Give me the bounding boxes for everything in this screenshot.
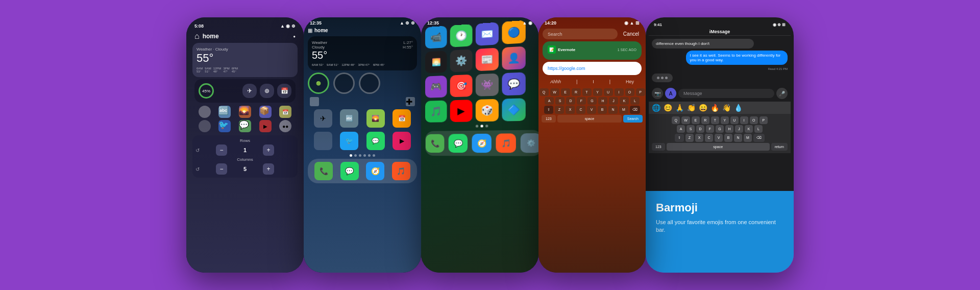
phone5-key-space[interactable]: space bbox=[667, 143, 770, 151]
phone4-key-z[interactable]: Z bbox=[555, 106, 564, 114]
phone5-key-z[interactable]: Z bbox=[685, 134, 694, 142]
phone4-key-l[interactable]: L bbox=[630, 97, 640, 105]
phone5-key-g[interactable]: G bbox=[716, 125, 724, 133]
phone5-message-input[interactable]: Message bbox=[678, 89, 774, 98]
phone5-key-q[interactable]: Q bbox=[672, 116, 680, 124]
phone5-key-delete[interactable]: ⌫ bbox=[753, 134, 765, 142]
phone3-dock1[interactable]: 📞 bbox=[426, 134, 444, 153]
phone3-app-blue[interactable]: 🔷 bbox=[502, 98, 525, 121]
phone3-dock3[interactable]: 🧭 bbox=[472, 134, 491, 153]
phone4-search-bar[interactable]: Search bbox=[543, 29, 618, 39]
phone4-key-n[interactable]: N bbox=[608, 106, 618, 114]
phone5-key-h[interactable]: H bbox=[725, 125, 733, 133]
phone4-key-x[interactable]: X bbox=[566, 106, 575, 114]
phone4-key-delete[interactable]: ⌫ bbox=[630, 106, 640, 114]
phone3-app-clock[interactable]: 🕐 bbox=[450, 24, 473, 47]
phone5-key-x[interactable]: X bbox=[695, 134, 703, 142]
phone4-key-q[interactable]: Q bbox=[540, 88, 549, 96]
phone2-dock2[interactable]: 💬 bbox=[340, 162, 359, 180]
phone3-app-youtube[interactable]: ▶ bbox=[450, 100, 473, 122]
phone3-app-discord[interactable]: 💬 bbox=[502, 72, 525, 95]
phone4-cancel-button[interactable]: Cancel bbox=[621, 29, 642, 39]
phone4-key-r[interactable]: R bbox=[572, 88, 581, 96]
phone4-key-v[interactable]: V bbox=[587, 106, 596, 114]
phone2-app7[interactable]: 💬 bbox=[366, 132, 385, 150]
phone2-app3[interactable]: 🌄 bbox=[366, 109, 385, 128]
phone1-app-5[interactable]: 📅 bbox=[279, 106, 291, 118]
phone5-emoji-fire[interactable]: 🔥 bbox=[710, 104, 719, 112]
phone5-mic-icon[interactable]: 🎤 bbox=[776, 88, 788, 99]
phone4-key-f[interactable]: F bbox=[577, 97, 586, 105]
phone3-app-spotify[interactable]: 🎵 bbox=[425, 101, 447, 123]
phone1-app2-5[interactable]: ●● bbox=[279, 120, 291, 132]
phone5-key-c[interactable]: C bbox=[705, 134, 713, 142]
phone4-key-123[interactable]: 123 bbox=[542, 115, 556, 123]
phone4-key-k[interactable]: K bbox=[620, 97, 629, 105]
phone1-ctrl-1[interactable]: ✈ bbox=[242, 84, 257, 98]
phone5-key-j[interactable]: J bbox=[735, 125, 743, 133]
phone3-app-gray[interactable]: 👾 bbox=[476, 74, 499, 96]
phone1-app2-2[interactable]: 🐦 bbox=[218, 120, 231, 132]
phone4-key-g[interactable]: G bbox=[587, 97, 597, 105]
phone5-key-y[interactable]: Y bbox=[721, 116, 729, 124]
phone5-key-u[interactable]: U bbox=[730, 116, 739, 124]
phone4-url-text[interactable]: https://google.com bbox=[548, 66, 636, 71]
phone1-app-2[interactable]: 🔤 bbox=[218, 106, 231, 118]
phone4-key-shift[interactable]: ⇧ bbox=[544, 106, 553, 114]
phone3-app-settings[interactable]: ⚙️ bbox=[450, 49, 473, 72]
phone3-app-person[interactable]: 👤 bbox=[502, 46, 525, 70]
phone4-key-search[interactable]: Search bbox=[623, 115, 643, 123]
phone5-key-m[interactable]: M bbox=[744, 134, 752, 142]
phone4-key-w[interactable]: W bbox=[550, 88, 559, 96]
phone2-app4[interactable]: 📅 bbox=[393, 109, 411, 128]
phone5-key-f[interactable]: F bbox=[706, 125, 714, 133]
phone5-emoji-pray[interactable]: 🙏 bbox=[675, 104, 684, 112]
phone3-app-facetime[interactable]: 📹 bbox=[425, 26, 447, 49]
phone1-rows-plus[interactable]: + bbox=[263, 144, 274, 156]
phone5-key-n[interactable]: N bbox=[734, 134, 742, 142]
phone1-cols-plus[interactable]: + bbox=[263, 163, 274, 175]
phone1-app2-4[interactable]: ▶ bbox=[259, 120, 272, 132]
phone4-key-o[interactable]: O bbox=[625, 88, 634, 96]
phone5-key-b[interactable]: B bbox=[724, 134, 732, 142]
phone5-key-t[interactable]: T bbox=[711, 116, 719, 124]
phone3-app-photos[interactable]: 🌅 bbox=[425, 51, 447, 73]
phone1-rows-minus[interactable]: − bbox=[216, 144, 227, 156]
phone3-dock2[interactable]: 💬 bbox=[449, 134, 468, 153]
phone3-dock5[interactable]: ⚙️ bbox=[521, 133, 538, 153]
phone4-key-b[interactable]: B bbox=[598, 106, 607, 114]
phone4-key-s[interactable]: S bbox=[555, 97, 565, 105]
phone5-key-w[interactable]: W bbox=[681, 116, 690, 124]
phone4-key-h[interactable]: H bbox=[598, 97, 607, 105]
phone5-key-s[interactable]: S bbox=[687, 125, 695, 133]
phone2-app8[interactable]: ▶ bbox=[393, 132, 411, 150]
phone5-key-i[interactable]: I bbox=[740, 116, 748, 124]
phone2-app2[interactable]: 🔤 bbox=[340, 109, 358, 128]
phone5-emoji-clap[interactable]: 👏 bbox=[687, 104, 696, 112]
phone5-key-l[interactable]: L bbox=[754, 125, 763, 133]
phone2-dock1[interactable]: 📞 bbox=[314, 162, 333, 180]
phone5-emoji-globe[interactable]: 🌐 bbox=[652, 104, 660, 112]
phone3-app-red[interactable]: 🎯 bbox=[450, 75, 473, 98]
phone5-emoji-smile[interactable]: 😊 bbox=[664, 104, 672, 112]
phone4-key-c[interactable]: C bbox=[576, 106, 585, 114]
phone5-key-return[interactable]: return bbox=[771, 143, 788, 151]
phone5-appstore-icon[interactable]: A bbox=[665, 88, 676, 99]
phone2-dock4[interactable]: 🎵 bbox=[392, 162, 410, 180]
phone1-ctrl-3[interactable]: 📅 bbox=[277, 84, 291, 98]
phone1-app2-3[interactable]: 💬 bbox=[239, 120, 251, 132]
phone4-key-e[interactable]: E bbox=[561, 88, 570, 96]
phone5-emoji-water[interactable]: 💧 bbox=[734, 104, 743, 112]
phone4-key-a[interactable]: A bbox=[545, 97, 554, 105]
phone1-app2-1[interactable] bbox=[199, 120, 211, 132]
phone5-emoji-wave[interactable]: 👋 bbox=[722, 104, 731, 112]
phone5-key-v[interactable]: V bbox=[715, 134, 723, 142]
phone4-key-i[interactable]: I bbox=[615, 88, 624, 96]
phone1-app-1[interactable] bbox=[199, 106, 211, 118]
phone3-app-game[interactable]: 🎮 bbox=[425, 76, 447, 98]
phone4-key-u[interactable]: U bbox=[604, 88, 613, 96]
phone5-camera-icon[interactable]: 📷 bbox=[652, 88, 663, 99]
phone5-key-shift[interactable]: ⇧ bbox=[675, 134, 684, 142]
phone5-key-p[interactable]: P bbox=[760, 116, 768, 124]
phone1-cols-minus[interactable]: − bbox=[216, 163, 227, 175]
